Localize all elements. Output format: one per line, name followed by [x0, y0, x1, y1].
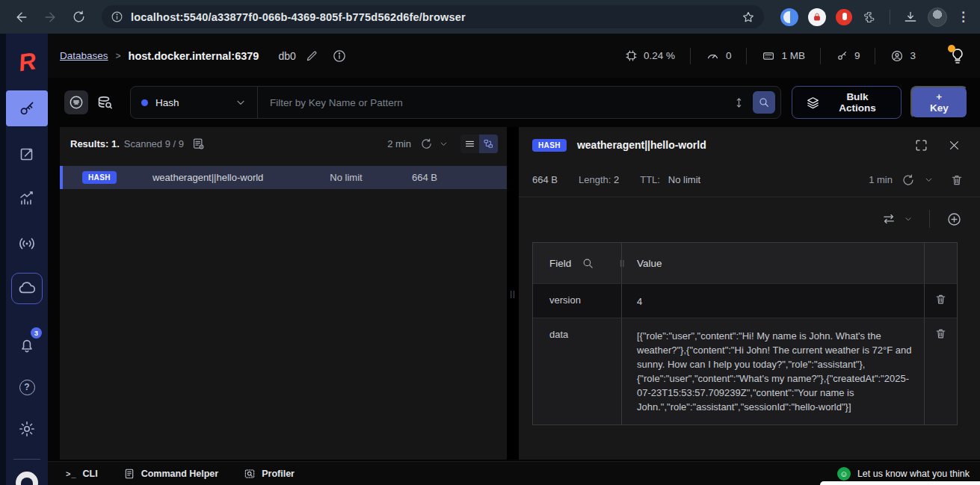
sidebar-item-help[interactable]: ? — [6, 372, 48, 402]
insights-trigger[interactable] — [949, 47, 967, 65]
column-resize-grip[interactable]: || — [620, 259, 625, 267]
sidebar-item-workbench[interactable] — [6, 137, 48, 171]
profile-avatar[interactable] — [928, 7, 947, 27]
key-filter-control: Hash — [130, 86, 781, 119]
close-details-icon[interactable] — [948, 139, 961, 152]
hash-fields-table: Field || Value version 4 — [532, 242, 958, 425]
clients-icon — [890, 49, 904, 63]
sidebar-item-browser[interactable] — [6, 90, 48, 126]
key-name-title: weatheragent||hello-world — [577, 139, 706, 151]
browser-chrome: localhost:5540/a33877f0-066b-4369-805f-b… — [0, 0, 980, 34]
value-format-row — [519, 197, 980, 241]
key-ttl: No limit — [305, 172, 387, 183]
field-value[interactable]: 4 — [621, 284, 924, 318]
list-refresh-icon[interactable] — [420, 138, 433, 150]
browser-extensions: ⋮ — [780, 7, 970, 27]
delete-key-icon[interactable] — [950, 173, 964, 187]
chrome-menu-icon[interactable]: ⋮ — [957, 13, 970, 21]
stat-clients: 3 — [875, 49, 931, 63]
scan-more-settings-icon[interactable] — [191, 137, 206, 151]
extension-blocker-icon[interactable] — [836, 9, 852, 25]
profiler-icon — [244, 468, 256, 480]
db-host-label: host.docker.internal:6379 — [129, 50, 259, 62]
field-column-header: Field || — [533, 243, 621, 283]
app-header: Databases > host.docker.internal:6379 db… — [48, 34, 980, 78]
add-key-button[interactable]: + Key — [910, 86, 968, 119]
sidebar-item-notifications[interactable]: 3 — [6, 330, 48, 360]
layers-icon — [806, 96, 820, 110]
key-size-value: 664 B — [532, 174, 558, 185]
key-list-row[interactable]: HASH weatheragent||hello-world No limit … — [60, 166, 507, 189]
add-field-icon[interactable] — [946, 211, 962, 227]
results-count-label: Results: 1. — [70, 138, 120, 149]
scanned-label: Scanned 9 / 9 — [124, 138, 184, 149]
delete-field-icon[interactable] — [934, 293, 947, 318]
downloads-icon[interactable] — [903, 10, 918, 25]
notification-badge: 3 — [31, 327, 42, 339]
sidebar-item-cloud[interactable] — [6, 271, 48, 306]
command-helper-toggle[interactable]: Command Helper — [123, 468, 219, 480]
breadcrumb-databases-link[interactable]: Databases — [60, 50, 108, 61]
pubsub-broadcast-icon — [17, 234, 37, 253]
stat-cpu: 0.24 % — [610, 49, 690, 62]
redisinsight-app: localhost:5540/a33877f0-066b-4369-805f-b… — [0, 0, 980, 485]
extensions-puzzle-icon[interactable] — [862, 10, 877, 25]
panel-resize-handle[interactable]: || — [507, 127, 519, 460]
actions-column-header — [924, 243, 957, 283]
forward-icon[interactable] — [39, 6, 61, 28]
list-view-icon[interactable] — [460, 135, 479, 153]
breadcrumb-separator: > — [116, 51, 121, 61]
reload-icon[interactable] — [67, 6, 90, 28]
sidebar-item-settings[interactable] — [6, 414, 48, 444]
redis-logo[interactable]: R — [19, 46, 34, 78]
sidebar-item-pubsub[interactable] — [6, 226, 48, 261]
apply-filter-search-icon[interactable] — [753, 91, 775, 114]
key-ttl[interactable]: TTL: No limit — [640, 174, 700, 185]
feedback-link[interactable]: ☺ Let us know what you think — [837, 467, 970, 481]
db-info-icon[interactable] — [332, 49, 347, 64]
bulk-actions-button[interactable]: Bulk Actions — [792, 86, 901, 119]
back-icon[interactable] — [10, 6, 33, 28]
bookmark-star-icon[interactable] — [742, 10, 755, 24]
gauge-icon — [706, 49, 720, 63]
tree-view-icon[interactable] — [479, 135, 498, 153]
site-info-icon[interactable] — [111, 10, 123, 23]
row-actions — [924, 284, 957, 318]
url-text[interactable]: localhost:5540/a33877f0-066b-4369-805f-b… — [131, 11, 734, 23]
cli-toggle[interactable]: >_ CLI — [66, 469, 98, 479]
details-refresh-chevron-icon[interactable] — [924, 175, 934, 185]
refresh-settings-chevron-icon[interactable] — [439, 139, 449, 149]
formatter-chevron-icon[interactable] — [904, 214, 913, 223]
field-search-icon[interactable] — [582, 257, 594, 270]
extension-lock-icon[interactable] — [808, 8, 826, 26]
db-index-label: db0 — [278, 50, 295, 62]
url-bar[interactable]: localhost:5540/a33877f0-066b-4369-805f-b… — [102, 5, 764, 28]
sort-direction-icon[interactable] — [733, 96, 745, 109]
formatter-switch-icon[interactable] — [881, 211, 896, 226]
key-list-header: Results: 1. Scanned 9 / 9 2 min — [60, 127, 507, 160]
filter-mode-pattern-icon[interactable] — [64, 90, 88, 114]
edit-db-alias-icon[interactable] — [305, 49, 318, 63]
delete-field-icon[interactable] — [934, 327, 947, 424]
details-refresh-interval: 1 min — [869, 174, 893, 185]
key-details-panel: HASH weatheragent||hello-world 664 B Len… — [519, 127, 980, 460]
filter-mode-redisearch-icon[interactable] — [93, 90, 117, 114]
key-type-select[interactable]: Hash — [131, 87, 258, 118]
stat-keys: 9 — [821, 49, 875, 62]
details-refresh-icon[interactable] — [902, 173, 915, 187]
sidebar-item-analytics[interactable] — [6, 182, 48, 216]
key-size: 664 B — [387, 172, 462, 183]
key-type-value: Hash — [155, 97, 179, 108]
help-icon: ? — [19, 380, 35, 395]
hash-field-row[interactable]: data [{"role":"user","content":"Hi! My n… — [533, 318, 957, 424]
extension-speed-icon[interactable] — [780, 8, 798, 26]
github-icon[interactable] — [16, 472, 38, 485]
field-name: data — [533, 318, 621, 350]
fullscreen-icon[interactable] — [914, 138, 928, 152]
key-name: weatheragent||hello-world — [152, 172, 263, 183]
field-value[interactable]: [{"role":"user","content":"Hi! My name i… — [621, 318, 922, 424]
list-refresh-interval: 2 min — [387, 138, 411, 149]
profiler-toggle[interactable]: Profiler — [244, 468, 295, 480]
hash-field-row[interactable]: version 4 — [533, 283, 957, 318]
key-filter-input[interactable] — [258, 97, 733, 108]
